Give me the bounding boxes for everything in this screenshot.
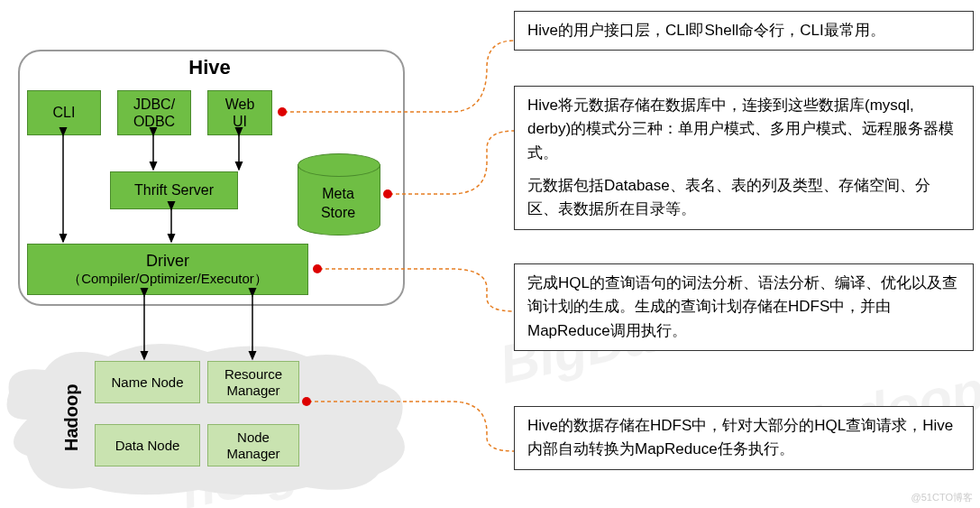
connector-dot [313,264,322,273]
driver-label: Driver [68,252,268,272]
hadoop-label: Hadoop [61,343,82,451]
driver-sublabel: （Compiler/Optimizer/Executor） [68,271,268,287]
jdbc-odbc-component: JDBC/ ODBC [117,90,191,135]
namenode-component: Name Node [95,361,200,403]
thrift-server-component: Thrift Server [110,171,238,209]
connector-dot [302,397,311,406]
connector-dot [278,107,287,116]
metastore-label: Meta Store [298,185,379,223]
cli-component: CLI [27,90,101,135]
description-driver: 完成HQL的查询语句的词法分析、语法分析、编译、优化以及查询计划的生成。生成的查… [514,263,974,351]
datanode-component: Data Node [95,424,200,466]
hive-title: Hive [18,56,401,79]
connector-dot [383,189,392,199]
metastore-component: Meta Store [298,153,379,235]
description-metastore: Hive将元数据存储在数据库中，连接到这些数据库(mysql, derby)的模… [514,86,974,230]
resource-manager-component: Resource Manager [207,361,299,403]
description-ui-layer: Hive的用户接口层，CLI即Shell命令行，CLI最常用。 [514,11,974,51]
blog-watermark: @51CTO博客 [911,491,973,504]
driver-component: Driver （Compiler/Optimizer/Executor） [27,244,308,295]
node-manager-component: Node Manager [207,424,299,466]
webui-component: Web UI [207,90,272,135]
description-hadoop: Hive的数据存储在HDFS中，针对大部分的HQL查询请求，Hive内部自动转换… [514,406,974,470]
